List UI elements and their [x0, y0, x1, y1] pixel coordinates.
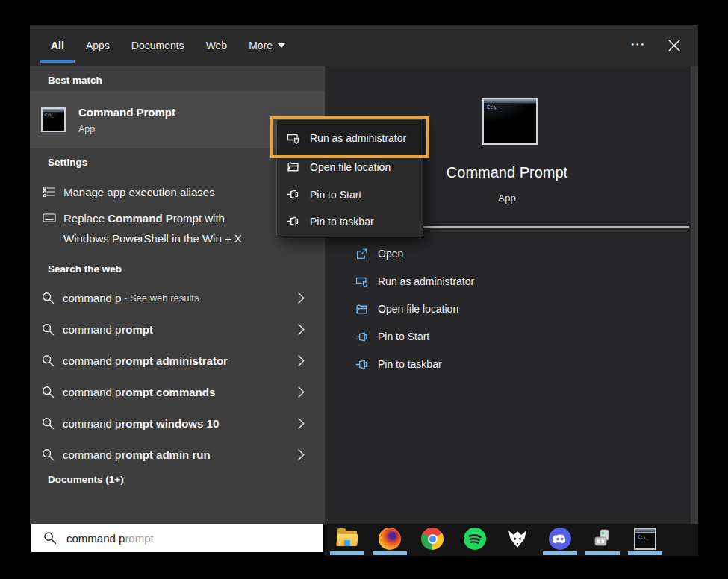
search-icon	[42, 417, 55, 430]
tab-more-label: More	[249, 40, 273, 51]
context-menu-run-as-administrator[interactable]: Run as administrator	[277, 120, 423, 156]
settings-item-label: Manage app execution aliases	[63, 186, 215, 198]
taskbar: C:\_	[325, 524, 698, 556]
action-label: Open	[378, 248, 403, 260]
cmd-prompt-glyph: C:\_	[487, 104, 500, 110]
taskbar-icon-spotify[interactable]	[464, 524, 486, 556]
taskbar-icon-3d-utility[interactable]	[591, 524, 614, 556]
web-suggestion[interactable]: command p rompt	[30, 316, 325, 342]
taskbar-icon-firefox[interactable]	[379, 524, 401, 556]
suggestion-completion: rompt administrator	[121, 354, 228, 367]
preview-action-open[interactable]: Open	[325, 241, 691, 266]
preview-action-open-file-location[interactable]: Open file location	[325, 296, 691, 322]
suggestion-completion: rompt commands	[121, 386, 215, 398]
options-ellipsis-icon[interactable]: •••	[631, 40, 646, 48]
file-explorer-icon	[336, 528, 358, 550]
best-match-title: Command Prompt	[78, 106, 175, 119]
context-menu-pin-to-start[interactable]: Pin to Start	[277, 181, 423, 208]
pin-icon	[287, 188, 302, 201]
chevron-down-icon	[278, 43, 285, 48]
tab-documents-label: Documents	[131, 40, 184, 51]
settings-header: Settings	[48, 157, 87, 168]
taskbar-icon-chrome[interactable]	[421, 524, 444, 556]
firefox-icon	[379, 528, 401, 550]
tab-documents[interactable]: Documents	[131, 25, 184, 66]
open-icon	[355, 248, 370, 260]
pin-icon	[287, 215, 302, 228]
taskbar-icon-command-prompt[interactable]: C:\_	[634, 524, 656, 556]
menu-item-label: Run as administrator	[310, 132, 406, 144]
suggestion-completion: rompt windows 10	[121, 417, 219, 430]
best-match-text: Command Prompt App	[78, 106, 175, 134]
search-icon	[42, 448, 55, 461]
search-icon	[42, 354, 55, 367]
command-prompt-icon: C:\_	[41, 107, 66, 132]
web-suggestion[interactable]: command p rompt admin run	[30, 441, 325, 468]
command-prompt-icon: C:\_	[634, 528, 656, 550]
suggestion-completion: rompt admin run	[121, 448, 210, 461]
window-icon	[43, 213, 56, 223]
search-typed-text: command p	[66, 532, 125, 545]
scrollbar[interactable]	[691, 66, 698, 524]
action-label: Pin to Start	[378, 331, 429, 342]
window-controls: •••	[631, 40, 698, 51]
tab-all[interactable]: All	[51, 25, 64, 66]
chevron-right-icon[interactable]	[298, 449, 305, 460]
search-icon	[42, 323, 55, 336]
web-suggestion[interactable]: command p rompt commands	[30, 378, 325, 405]
screen: All Apps Documents Web More ••• Best mat…	[0, 0, 728, 579]
taskbar-active-indicator	[585, 551, 620, 555]
taskbar-active-indicator	[628, 551, 662, 555]
suggestion-text: command p	[63, 323, 121, 336]
web-suggestion[interactable]: command p rompt windows 10	[30, 410, 325, 436]
menu-item-label: Pin to taskbar	[310, 216, 374, 228]
action-label: Run as administrator	[378, 275, 474, 287]
settings-item-label: Replace Command Prompt withWindows Power…	[63, 208, 242, 248]
chevron-right-icon[interactable]	[298, 324, 305, 335]
spotify-icon	[464, 528, 486, 550]
web-suggestion-see-results[interactable]: command p - See web results	[30, 284, 325, 311]
tab-all-label: All	[51, 40, 64, 51]
folder-icon	[355, 303, 370, 316]
context-menu-open-file-location[interactable]: Open file location	[277, 153, 423, 181]
pin-icon	[355, 331, 370, 343]
tab-more[interactable]: More	[249, 25, 285, 66]
best-match-subtitle: App	[78, 124, 175, 134]
suggestion-text: command p	[63, 417, 121, 430]
chevron-right-icon[interactable]	[298, 292, 305, 304]
tab-web[interactable]: Web	[206, 25, 228, 66]
preview-action-pin-to-start[interactable]: Pin to Start	[325, 324, 691, 349]
documents-header: Documents (1+)	[48, 474, 124, 485]
taskbar-active-indicator	[330, 551, 364, 555]
chrome-icon	[421, 528, 444, 550]
preview-action-run-as-administrator[interactable]: Run as administrator	[325, 269, 691, 294]
bottom-row: command prompt	[30, 524, 698, 556]
web-suggestion[interactable]: command p rompt administrator	[30, 347, 325, 374]
taskbar-icon-discord[interactable]	[549, 524, 571, 556]
tab-web-label: Web	[206, 40, 228, 51]
taskbar-icon-foobar2000[interactable]	[506, 524, 529, 556]
run-as-admin-icon	[355, 275, 370, 288]
cmd-titlebar	[484, 99, 536, 104]
discord-icon	[549, 528, 571, 550]
chevron-right-icon[interactable]	[298, 418, 305, 429]
chevron-right-icon[interactable]	[298, 355, 305, 366]
folder-icon	[287, 160, 302, 173]
close-icon[interactable]	[668, 40, 680, 51]
run-as-admin-icon	[287, 132, 302, 145]
tab-bar: All Apps Documents Web More •••	[30, 25, 698, 66]
suggestion-completion: rompt	[121, 323, 153, 336]
cmd-prompt-glyph: C:\_	[45, 113, 54, 117]
list-icon	[43, 186, 56, 198]
suggestion-text: command p	[63, 354, 121, 367]
context-menu: Run as administrator Open file location …	[276, 119, 423, 237]
search-web-header: Search the web	[48, 263, 122, 275]
command-prompt-icon-large: C:\_	[482, 98, 538, 145]
chevron-right-icon[interactable]	[298, 386, 305, 398]
context-menu-pin-to-taskbar[interactable]: Pin to taskbar	[277, 207, 423, 235]
tab-apps[interactable]: Apps	[86, 25, 110, 66]
taskbar-icon-file-explorer[interactable]	[336, 524, 358, 556]
menu-item-label: Pin to Start	[310, 189, 361, 201]
preview-action-pin-to-taskbar[interactable]: Pin to taskbar	[325, 351, 691, 377]
search-input[interactable]: command prompt	[31, 524, 323, 552]
